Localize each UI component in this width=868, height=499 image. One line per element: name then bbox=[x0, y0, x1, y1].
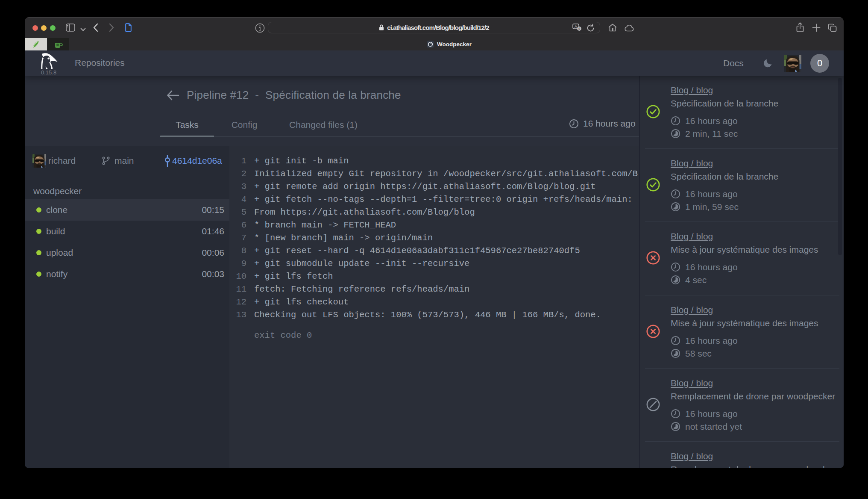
svg-text:A: A bbox=[575, 24, 577, 29]
svg-text:文: 文 bbox=[578, 27, 581, 31]
